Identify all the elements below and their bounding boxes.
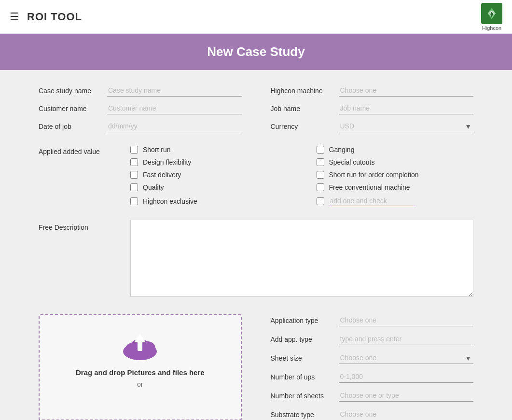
application-type-input[interactable] (339, 314, 474, 326)
quality-checkbox[interactable] (130, 183, 138, 191)
form-top-grid: Case study name Highcon machine Customer… (39, 84, 473, 132)
fast-delivery-checkbox[interactable] (130, 171, 138, 179)
currency-label: Currency (271, 123, 333, 130)
upload-cloud-icon (121, 330, 159, 364)
sheet-size-label: Sheet size (271, 354, 333, 362)
logo: Highcon (481, 3, 502, 31)
checkbox-short-run-order: Short run for order completion (317, 171, 474, 179)
date-of-job-field: Date of job (39, 120, 242, 132)
design-flexibility-label: Design flexibility (143, 158, 191, 166)
checkbox-special-cutouts: Special cutouts (317, 158, 474, 166)
date-of-job-label: Date of job (39, 123, 101, 130)
checkbox-fast-delivery: Fast delivery (130, 171, 288, 179)
number-of-sheets-label: Number of sheets (271, 392, 333, 400)
highcon-exclusive-label: Highcon exclusive (143, 197, 197, 205)
logo-icon (481, 3, 502, 24)
sheet-size-select[interactable]: Choose one (339, 352, 474, 364)
quality-label: Quality (143, 183, 164, 191)
currency-field: Currency USD EUR GBP ILS ▼ (271, 120, 474, 132)
right-fields: Application type Add app. type Sheet siz… (271, 314, 474, 420)
highcon-machine-field: Highcon machine (271, 84, 474, 97)
substrate-type-label: Substrate type (271, 411, 333, 419)
job-name-label: Job name (271, 105, 333, 112)
highcon-machine-label: Highcon machine (271, 87, 333, 95)
case-study-name-input[interactable] (107, 84, 242, 97)
short-run-order-checkbox[interactable] (317, 171, 324, 179)
customer-name-field: Customer name (39, 102, 242, 114)
ganging-checkbox[interactable] (317, 146, 324, 154)
free-description-section: Free Description (39, 220, 473, 297)
case-study-name-field: Case study name (39, 84, 242, 97)
custom-checkbox-input[interactable] (329, 196, 415, 206)
upload-text: Drag and drop Pictures and files here (76, 368, 205, 377)
currency-select-wrapper: USD EUR GBP ILS ▼ (339, 120, 474, 132)
upload-or: or (137, 380, 143, 388)
add-app-type-input[interactable] (339, 333, 474, 345)
job-name-field: Job name (271, 102, 474, 114)
checkboxes-grid: Short run Ganging Design flexibility Spe… (130, 146, 473, 206)
main-content: Case study name Highcon machine Customer… (0, 70, 512, 420)
customer-name-label: Customer name (39, 105, 101, 112)
add-app-type-field: Add app. type (271, 333, 474, 345)
header: ☰ ROI TOOL Highcon (0, 0, 512, 34)
checkbox-short-run: Short run (130, 146, 288, 154)
date-of-job-input[interactable] (107, 120, 242, 132)
design-flexibility-checkbox[interactable] (130, 158, 138, 166)
number-of-ups-label: Number of ups (271, 373, 333, 381)
free-conventional-checkbox[interactable] (317, 183, 324, 191)
logo-label: Highcon (482, 25, 501, 31)
short-run-label: Short run (143, 146, 171, 154)
substrate-type-input[interactable] (339, 408, 474, 420)
bottom-section: Drag and drop Pictures and files here or… (39, 314, 473, 420)
checkbox-ganging: Ganging (317, 146, 474, 154)
number-of-ups-field: Number of ups (271, 371, 474, 383)
free-conventional-label: Free conventional machine (329, 183, 410, 191)
menu-icon[interactable]: ☰ (10, 11, 19, 23)
special-cutouts-checkbox[interactable] (317, 158, 324, 166)
application-type-field: Application type (271, 314, 474, 326)
page-banner-title: New Case Study (207, 44, 304, 59)
job-name-input[interactable] (339, 102, 474, 114)
substrate-type-field: Substrate type (271, 408, 474, 420)
checkbox-custom (317, 196, 474, 206)
added-value-section: Applied added value Short run Ganging De… (39, 146, 473, 206)
free-description-textarea[interactable] (130, 220, 473, 297)
application-type-label: Application type (271, 317, 333, 324)
page-banner: New Case Study (0, 34, 512, 70)
currency-select[interactable]: USD EUR GBP ILS (339, 120, 474, 132)
highcon-machine-input[interactable] (339, 84, 474, 97)
short-run-order-label: Short run for order completion (329, 171, 419, 179)
app-title: ROI TOOL (27, 11, 82, 23)
custom-checkbox[interactable] (317, 197, 324, 205)
svg-marker-14 (134, 334, 146, 342)
number-of-sheets-input[interactable] (339, 390, 474, 402)
checkbox-quality: Quality (130, 183, 288, 191)
short-run-checkbox[interactable] (130, 146, 138, 154)
checkbox-highcon-exclusive: Highcon exclusive (130, 196, 288, 206)
special-cutouts-label: Special cutouts (329, 158, 375, 166)
sheet-size-select-wrapper: Choose one ▼ (339, 352, 474, 364)
number-of-ups-input[interactable] (339, 371, 474, 383)
upload-area[interactable]: Drag and drop Pictures and files here or (39, 314, 242, 420)
add-app-type-label: Add app. type (271, 336, 333, 343)
ganging-label: Ganging (329, 146, 355, 154)
highcon-exclusive-checkbox[interactable] (130, 197, 138, 205)
checkbox-design-flexibility: Design flexibility (130, 158, 288, 166)
case-study-name-label: Case study name (39, 87, 101, 95)
checkbox-free-conventional: Free conventional machine (317, 183, 474, 191)
fast-delivery-label: Fast delivery (143, 171, 181, 179)
number-of-sheets-field: Number of sheets (271, 390, 474, 402)
free-description-label: Free Description (39, 220, 121, 297)
sheet-size-field: Sheet size Choose one ▼ (271, 352, 474, 364)
added-value-label: Applied added value (39, 146, 121, 206)
customer-name-input[interactable] (107, 102, 242, 114)
